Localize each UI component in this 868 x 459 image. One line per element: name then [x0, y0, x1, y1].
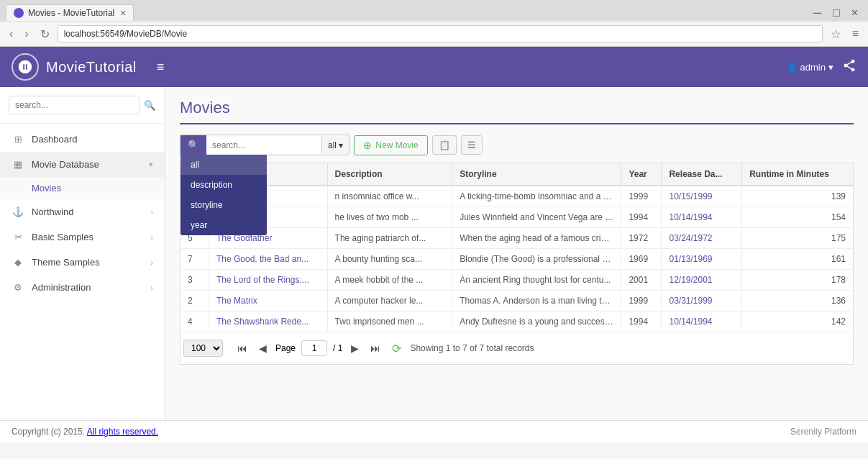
page-size-select[interactable]: 100: [183, 340, 223, 357]
sidebar-item-dashboard[interactable]: ⊞ Dashboard: [0, 127, 165, 152]
movies-label: Movies: [32, 183, 61, 194]
content-area: Movies 🔍 all ▾ all description storyline…: [165, 87, 868, 420]
admin-label: admin: [800, 62, 826, 73]
cell-description: n insomniac office w...: [327, 186, 452, 207]
sidebar-label-northwind: Northwind: [32, 206, 150, 217]
back-button[interactable]: ‹: [6, 26, 17, 42]
total-pages: / 1: [333, 343, 342, 353]
cell-runtime: 161: [742, 249, 854, 270]
tab-title: Movies - MovieTutorial: [28, 8, 114, 18]
table-row: 8 Fight C... n insomniac office w... A t…: [181, 186, 854, 207]
filter-option-description[interactable]: description: [181, 175, 267, 195]
northwind-arrow: ›: [150, 208, 153, 217]
last-page-button[interactable]: ⏭: [367, 341, 383, 355]
admin-icon: 👤: [786, 62, 798, 73]
cell-id: 4: [181, 312, 209, 332]
search-filter-dropdown[interactable]: all ▾: [321, 137, 349, 154]
hamburger-button[interactable]: ≡: [151, 57, 170, 78]
forward-button[interactable]: ›: [21, 26, 32, 42]
table-row: 2 The Matrix A computer hacker le... Tho…: [181, 291, 854, 312]
bookmark-button[interactable]: ☆: [827, 26, 844, 42]
movie-database-arrow: ▾: [149, 160, 153, 169]
app-container: MovieTutorial ≡ 👤 admin ▾ 🔍: [0, 47, 868, 442]
cell-storyline: Andy Dufresne is a young and success...: [452, 312, 621, 332]
sidebar-search-button[interactable]: 🔍: [144, 100, 156, 111]
window-controls: ─ □ ×: [809, 6, 862, 19]
sidebar-label-basic-samples: Basic Samples: [32, 232, 150, 242]
cell-release-date: 03/31/1999: [662, 291, 742, 312]
rights-link[interactable]: All rights reserved.: [87, 427, 158, 437]
filter-option-all[interactable]: all: [181, 155, 267, 175]
cell-title[interactable]: The Good, the Bad an...: [209, 249, 328, 270]
theme-samples-arrow: ›: [150, 258, 153, 267]
maximize-button[interactable]: □: [828, 6, 844, 19]
cell-title[interactable]: The Shawshank Rede...: [209, 312, 328, 332]
filter-option-storyline[interactable]: storyline: [181, 195, 267, 215]
table-search-input[interactable]: [206, 137, 321, 154]
cell-title[interactable]: The Matrix: [209, 291, 328, 312]
cell-description: he lives of two mob ...: [327, 207, 452, 228]
cell-id: 2: [181, 291, 209, 312]
sidebar-item-theme-samples[interactable]: ◆ Theme Samples ›: [0, 250, 165, 275]
next-page-button[interactable]: ▶: [348, 341, 362, 355]
col-header-year: Year: [621, 163, 662, 186]
cell-runtime: 139: [742, 186, 854, 207]
cell-year: 1994: [621, 207, 662, 228]
prev-page-button[interactable]: ◀: [256, 341, 270, 355]
cell-description: A computer hacker le...: [327, 291, 452, 312]
address-bar[interactable]: [58, 25, 823, 42]
sidebar-label-administration: Administration: [32, 282, 150, 293]
cell-year: 1994: [621, 312, 662, 332]
filter-option-year[interactable]: year: [181, 215, 267, 235]
cell-runtime: 142: [742, 312, 854, 332]
page-number-input[interactable]: [301, 340, 327, 356]
browser-menu-button[interactable]: ≡: [849, 26, 862, 42]
page-title: Movies: [180, 99, 854, 124]
search-submit-button[interactable]: 🔍: [181, 135, 206, 155]
administration-arrow: ›: [150, 283, 153, 292]
columns-button[interactable]: ☰: [461, 135, 483, 155]
browser-tab[interactable]: Movies - MovieTutorial ×: [6, 4, 134, 21]
refresh-data-button[interactable]: ⟳: [389, 342, 404, 355]
cell-description: The aging patriarch of...: [327, 228, 452, 249]
close-button[interactable]: ×: [847, 6, 862, 19]
refresh-button[interactable]: ↻: [37, 26, 53, 42]
table-row: 3 The Lord of the Rings:... A meek hobbi…: [181, 270, 854, 291]
cell-storyline: An ancient Ring thought lost for centu..…: [452, 270, 621, 291]
basic-samples-arrow: ›: [150, 233, 153, 242]
new-movie-button[interactable]: ⊕ New Movie: [354, 135, 427, 155]
cell-title[interactable]: The Lord of the Rings:...: [209, 270, 328, 291]
cell-storyline: A ticking-time-bomb insomniac and a s...: [452, 186, 621, 207]
sidebar-item-movies[interactable]: Movies: [0, 177, 165, 199]
col-header-release-date: Release Da...: [662, 163, 742, 186]
sidebar-item-basic-samples[interactable]: ✂ Basic Samples ›: [0, 224, 165, 250]
app-logo: MovieTutorial: [12, 53, 137, 81]
sidebar-item-administration[interactable]: ⚙ Administration ›: [0, 275, 165, 300]
browser-chrome: Movies - MovieTutorial × ─ □ × ‹ › ↻ ☆ ≡: [0, 0, 868, 47]
sidebar-item-northwind[interactable]: ⚓ Northwind ›: [0, 199, 165, 224]
logo-icon: [12, 53, 39, 81]
app-title: MovieTutorial: [46, 59, 137, 76]
administration-icon: ⚙: [12, 282, 24, 293]
sidebar-nav: ⊞ Dashboard ▦ Movie Database ▾ Movies ⚓ …: [0, 124, 165, 303]
sidebar-item-movie-database[interactable]: ▦ Movie Database ▾: [0, 152, 165, 177]
columns-icon: ☰: [467, 140, 476, 150]
social-button[interactable]: [842, 58, 856, 76]
col-header-storyline: Storyline: [452, 163, 621, 186]
cell-storyline: Jules Winnfield and Vincent Vega are t..…: [452, 207, 621, 228]
cell-description: Two imprisoned men ...: [327, 312, 452, 332]
browser-toolbar: ‹ › ↻ ☆ ≡: [0, 21, 868, 46]
minimize-button[interactable]: ─: [809, 6, 826, 19]
pagination-info: Showing 1 to 7 of 7 total records: [410, 343, 534, 353]
first-page-button[interactable]: ⏮: [234, 341, 250, 355]
header-right: 👤 admin ▾: [786, 58, 856, 76]
cell-description: A bounty hunting sca...: [327, 249, 452, 270]
sidebar: 🔍 ⊞ Dashboard ▦ Movie Database ▾ Movies: [0, 87, 165, 420]
search-filter-menu: all description storyline year: [181, 155, 267, 235]
col-header-description: Description: [327, 163, 452, 186]
social-icon: [842, 58, 856, 73]
sidebar-search-input[interactable]: [9, 96, 140, 114]
export-button[interactable]: 📋: [432, 135, 457, 155]
tab-close-button[interactable]: ×: [120, 8, 126, 18]
admin-button[interactable]: 👤 admin ▾: [786, 62, 833, 73]
